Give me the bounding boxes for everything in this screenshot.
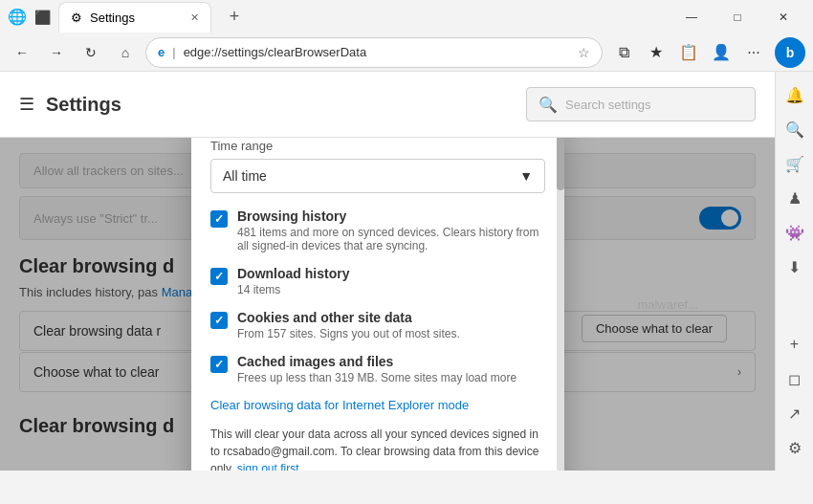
settings-search[interactable]: 🔍 Search settings	[526, 87, 756, 121]
cache-label-group: Cached images and files Frees up less th…	[237, 354, 516, 384]
settings-content: Allow all trackers on sites... Always us…	[0, 138, 775, 471]
panel-icon[interactable]: ◻	[780, 363, 810, 394]
more-button[interactable]: ···	[738, 37, 769, 68]
shopping-icon[interactable]: 🛒	[780, 148, 810, 179]
settings-title: Settings	[46, 94, 121, 116]
new-tab-button[interactable]: +	[219, 2, 250, 33]
collections-button[interactable]: 📋	[673, 37, 704, 68]
sync-notice: This will clear your data across all you…	[210, 426, 545, 471]
browsing-history-checkbox[interactable]: ✓	[210, 210, 228, 228]
titlebar: 🌐 ⬛ ⚙ Settings ✕ + — □ ✕	[0, 0, 813, 33]
modal-overlay: Time range All time ▼ ✓ Browsing history	[0, 138, 775, 471]
close-button[interactable]: ✕	[761, 0, 805, 33]
settings-icon[interactable]: ⚙	[780, 432, 810, 463]
browsing-history-item: ✓ Browsing history 481 items and more on…	[210, 208, 545, 252]
forward-button[interactable]: →	[42, 38, 71, 67]
profile-icon[interactable]: 👾	[780, 217, 810, 248]
check-icon: ✓	[214, 212, 224, 226]
external-link-icon[interactable]: ↗	[780, 398, 810, 428]
refresh-button[interactable]: ↻	[77, 38, 105, 67]
check-icon: ✓	[214, 358, 224, 371]
settings-header: ☰ Settings 🔍 Search settings	[0, 72, 775, 138]
cookies-checkbox[interactable]: ✓	[210, 312, 228, 329]
window-controls: — □ ✕	[670, 0, 805, 33]
browsing-history-label-group: Browsing history 481 items and more on s…	[237, 208, 545, 252]
clear-data-modal: Time range All time ▼ ✓ Browsing history	[191, 138, 564, 471]
sign-out-link[interactable]: sign out first	[237, 462, 299, 471]
addressbar: ← → ↻ ⌂ e | edge://settings/clearBrowser…	[0, 33, 813, 72]
tab-title: Settings	[90, 11, 135, 25]
scrollbar-thumb	[557, 138, 564, 190]
time-range-label: Time range	[210, 138, 545, 153]
app-icon: 🌐	[8, 8, 27, 26]
sidebar-toggle-icon[interactable]: ⬛	[34, 10, 51, 25]
right-panel: 🔔 🔍 🛒 ♟ 👾 ⬇ + ◻ ↗ ⚙	[775, 72, 813, 471]
download-history-item: ✓ Download history 14 items	[210, 266, 545, 296]
notification-icon[interactable]: 🔔	[780, 79, 810, 110]
download-history-label-group: Download history 14 items	[237, 266, 349, 296]
address-text: edge://settings/clearBrowserData	[184, 45, 570, 59]
check-icon: ✓	[214, 270, 224, 283]
settings-sidebar: ☰ Settings 🔍 Search settings Allow all t…	[0, 72, 775, 471]
ie-mode-link[interactable]: Clear browsing data for Internet Explore…	[210, 398, 545, 412]
split-view-button[interactable]: ⧉	[608, 37, 639, 68]
add-panel-icon[interactable]: +	[780, 329, 810, 360]
cookies-item: ✓ Cookies and other site data From 157 s…	[210, 310, 545, 340]
cache-checkbox[interactable]: ✓	[210, 356, 228, 373]
time-range-select[interactable]: All time ▼	[210, 159, 545, 193]
download-history-checkbox[interactable]: ✓	[210, 268, 228, 285]
toolbar-icons: ⧉ ★ 📋 👤 ···	[608, 37, 769, 68]
tab-close-button[interactable]: ✕	[190, 11, 199, 24]
minimize-button[interactable]: —	[670, 0, 714, 33]
copilot-button[interactable]: b	[775, 37, 805, 68]
games-icon[interactable]: ♟	[780, 183, 810, 213]
modal-content: Time range All time ▼ ✓ Browsing history	[191, 138, 564, 471]
edge-logo-icon: e	[158, 45, 165, 59]
zoom-icon[interactable]: 🔍	[780, 114, 810, 144]
search-placeholder: Search settings	[565, 98, 651, 112]
check-icon: ✓	[214, 314, 224, 327]
cache-item: ✓ Cached images and files Frees up less …	[210, 354, 545, 384]
bookmark-star-icon[interactable]: ☆	[578, 45, 590, 60]
address-bar[interactable]: e | edge://settings/clearBrowserData ☆	[145, 37, 603, 68]
main-area: ☰ Settings 🔍 Search settings Allow all t…	[0, 72, 813, 471]
modal-scrollbar[interactable]	[557, 138, 564, 471]
time-range-value: All time	[223, 168, 267, 184]
active-tab[interactable]: ⚙ Settings ✕	[58, 2, 211, 33]
download-icon[interactable]: ⬇	[780, 252, 810, 282]
favorites-button[interactable]: ★	[641, 37, 671, 68]
cookies-label-group: Cookies and other site data From 157 sit…	[237, 310, 460, 340]
maximize-button[interactable]: □	[715, 0, 759, 33]
tab-settings-icon: ⚙	[71, 11, 82, 25]
profile-button[interactable]: 👤	[706, 37, 736, 68]
chevron-down-icon: ▼	[519, 168, 533, 184]
hamburger-icon[interactable]: ☰	[19, 94, 34, 115]
back-button[interactable]: ←	[8, 38, 36, 67]
search-icon: 🔍	[538, 96, 558, 114]
home-button[interactable]: ⌂	[111, 38, 140, 67]
